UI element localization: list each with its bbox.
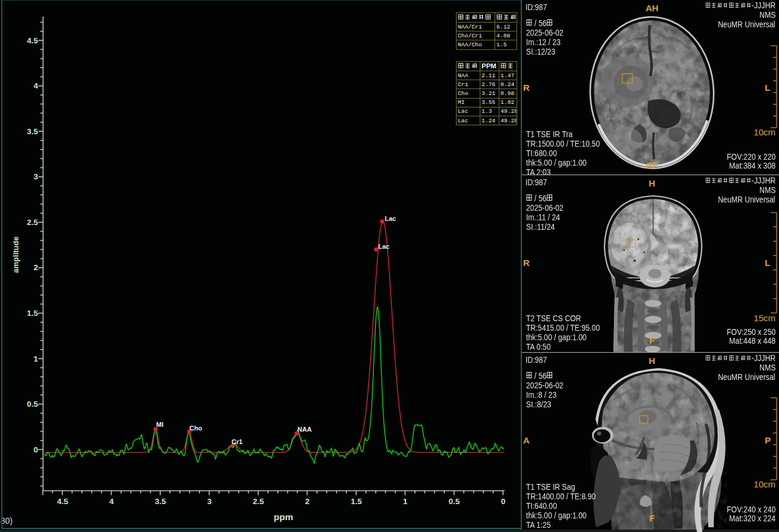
svg-text:10cm: 10cm: [754, 479, 775, 489]
svg-text:10cm: 10cm: [754, 127, 775, 137]
svg-text:15cm: 15cm: [754, 313, 775, 323]
